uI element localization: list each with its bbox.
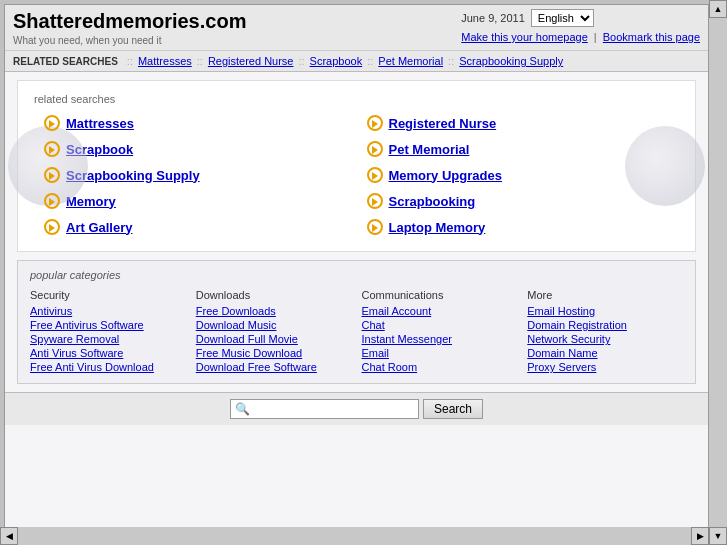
cat-link-proxy-servers[interactable]: Proxy Servers [527,361,683,373]
related-bar-item-1[interactable]: Registered Nurse [208,55,294,67]
link-registered-nurse[interactable]: Registered Nurse [389,116,497,131]
cat-link-antivirus[interactable]: Antivirus [30,305,186,317]
arrow-icon-memory [44,193,60,209]
arrow-icon-art-gallery [44,219,60,235]
search-input[interactable] [254,402,414,416]
cat-link-antivirus-software[interactable]: Anti Virus Software [30,347,186,359]
related-bar-label: RELATED SEARCHES [13,56,118,67]
arrow-icon-scrapbooking-supply [44,167,60,183]
arrow-icon-scrapbook [44,141,60,157]
cat-link-email-account[interactable]: Email Account [362,305,518,317]
search-icon: 🔍 [235,402,250,416]
link-item-registered-nurse: Registered Nurse [367,115,670,131]
link-item-scrapbook: Scrapbook [44,141,347,157]
cat-link-network-security[interactable]: Network Security [527,333,683,345]
link-item-art-gallery: Art Gallery [44,219,347,235]
homepage-link[interactable]: Make this your homepage [461,31,588,43]
link-item-mattresses: Mattresses [44,115,347,131]
link-pet-memorial[interactable]: Pet Memorial [389,142,470,157]
arrow-icon-memory-upgrades [367,167,383,183]
cat-header-communications: Communications [362,289,518,301]
related-bar-item-2[interactable]: Scrapbook [310,55,363,67]
related-bar-item-0[interactable]: Mattresses [138,55,192,67]
scrollbar-bottom[interactable]: ◀ ▶ [0,527,709,545]
branding: Shatteredmemories.com What you need, whe… [13,9,246,46]
cat-link-download-music[interactable]: Download Music [196,319,352,331]
cat-link-instant-messenger[interactable]: Instant Messenger [362,333,518,345]
scrollbar-right[interactable]: ▲ ▼ [709,0,727,545]
related-searches-bar: RELATED SEARCHES :: Mattresses :: Regist… [5,51,708,72]
link-art-gallery[interactable]: Art Gallery [66,220,132,235]
top-right: June 9, 2011 English Make this your home… [461,9,700,43]
site-subtitle: What you need, when you need it [13,35,246,46]
content-area: related searches Mattresses Registered N… [5,72,708,540]
related-bar-item-3[interactable]: Pet Memorial [378,55,443,67]
link-item-scrapbooking: Scrapbooking [367,193,670,209]
scroll-track-right[interactable] [709,18,727,527]
cat-link-spyware[interactable]: Spyware Removal [30,333,186,345]
link-memory-upgrades[interactable]: Memory Upgrades [389,168,502,183]
cat-link-download-free-software[interactable]: Download Free Software [196,361,352,373]
top-links-sep: | [594,31,600,43]
search-input-wrap: 🔍 [230,399,419,419]
date-lang-bar: June 9, 2011 English [461,9,700,27]
arrow-icon-mattresses [44,115,60,131]
cat-link-free-anti-virus-download[interactable]: Free Anti Virus Download [30,361,186,373]
cat-link-email[interactable]: Email [362,347,518,359]
popular-section: popular categories Security Antivirus Fr… [17,260,696,384]
sep-2: :: [197,55,203,67]
related-section-title: related searches [34,93,679,105]
search-button[interactable]: Search [423,399,483,419]
arrow-icon-laptop-memory [367,219,383,235]
cat-link-domain-name[interactable]: Domain Name [527,347,683,359]
site-title: Shatteredmemories.com [13,9,246,33]
link-item-scrapbooking-supply: Scrapbooking Supply [44,167,347,183]
link-laptop-memory[interactable]: Laptop Memory [389,220,486,235]
cat-link-domain-registration[interactable]: Domain Registration [527,319,683,331]
link-item-laptop-memory: Laptop Memory [367,219,670,235]
category-downloads: Downloads Free Downloads Download Music … [196,289,352,375]
related-section: related searches Mattresses Registered N… [17,80,696,252]
arrow-icon-pet-memorial [367,141,383,157]
scroll-right-arrow[interactable]: ▶ [691,527,709,545]
scroll-track-bottom[interactable] [18,527,691,545]
related-bar-item-4[interactable]: Scrapbooking Supply [459,55,563,67]
categories-grid: Security Antivirus Free Antivirus Softwa… [30,289,683,375]
link-mattresses[interactable]: Mattresses [66,116,134,131]
scroll-left-arrow[interactable]: ◀ [0,527,18,545]
scroll-down-arrow[interactable]: ▼ [709,527,727,545]
link-item-memory-upgrades: Memory Upgrades [367,167,670,183]
arrow-icon-scrapbooking [367,193,383,209]
cat-link-free-music-download[interactable]: Free Music Download [196,347,352,359]
deco-circle-right [625,126,705,206]
cat-header-more: More [527,289,683,301]
top-bar: Shatteredmemories.com What you need, whe… [5,5,708,51]
sep-1: :: [127,55,133,67]
bookmark-link[interactable]: Bookmark this page [603,31,700,43]
category-more: More Email Hosting Domain Registration N… [527,289,683,375]
cat-link-email-hosting[interactable]: Email Hosting [527,305,683,317]
links-grid: Mattresses Registered Nurse Scrapbook Pe… [34,115,679,235]
top-links: Make this your homepage | Bookmark this … [461,31,700,43]
cat-link-free-downloads[interactable]: Free Downloads [196,305,352,317]
search-bar: 🔍 Search [5,392,708,425]
link-scrapbooking[interactable]: Scrapbooking [389,194,476,209]
cat-link-chat-room[interactable]: Chat Room [362,361,518,373]
cat-link-chat[interactable]: Chat [362,319,518,331]
sep-5: :: [448,55,454,67]
cat-link-download-full-movie[interactable]: Download Full Movie [196,333,352,345]
category-communications: Communications Email Account Chat Instan… [362,289,518,375]
link-item-memory: Memory [44,193,347,209]
scroll-up-arrow[interactable]: ▲ [709,0,727,18]
popular-title: popular categories [30,269,683,281]
sep-4: :: [367,55,373,67]
language-select[interactable]: English [531,9,594,27]
sep-3: :: [298,55,304,67]
category-security: Security Antivirus Free Antivirus Softwa… [30,289,186,375]
main-window: Shatteredmemories.com What you need, whe… [4,4,709,541]
arrow-icon-registered-nurse [367,115,383,131]
cat-link-free-antivirus[interactable]: Free Antivirus Software [30,319,186,331]
date-text: June 9, 2011 [461,12,525,24]
cat-header-security: Security [30,289,186,301]
cat-header-downloads: Downloads [196,289,352,301]
